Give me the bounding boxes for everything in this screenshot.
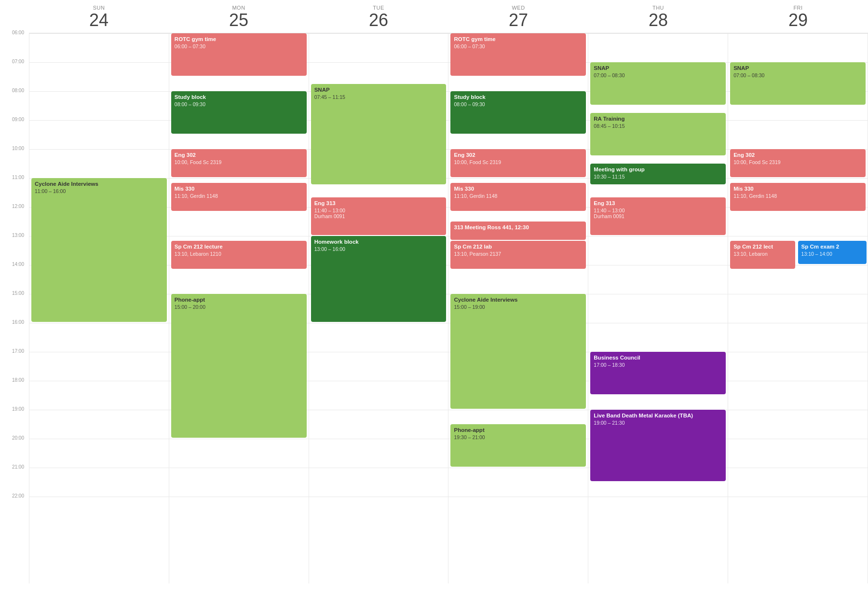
event-title: Eng 302: [175, 152, 303, 159]
event-time: 17:00 – 18:30: [594, 362, 722, 368]
time-label-6: 06:00: [12, 30, 24, 35]
event-sun-0[interactable]: Cyclone Aide Interviews11:00 – 16:00: [31, 178, 167, 322]
event-location: Durham 0091: [594, 213, 722, 219]
event-time: 08:45 – 10:15: [594, 123, 722, 129]
hour-line: [309, 323, 448, 323]
time-label-12: 12:00: [12, 204, 24, 209]
event-time: 13:10, Lebaron: [733, 251, 792, 257]
event-mon-5[interactable]: Phone-appt15:00 – 20:00: [171, 294, 307, 438]
event-title: Mis 330: [454, 185, 583, 193]
hour-line: [588, 294, 728, 294]
hour-line: [728, 178, 868, 179]
event-fri-1[interactable]: Eng 30210:00, Food Sc 2319: [730, 149, 866, 177]
event-thu-5[interactable]: Live Band Death Metal Karaoke (TBA)19:00…: [590, 410, 726, 481]
hour-line: [169, 439, 309, 439]
event-fri-2[interactable]: Mis 33011:10, Gerdin 1148: [730, 183, 866, 211]
hour-line: [728, 236, 868, 236]
event-title: Cyclone Aide Interviews: [35, 180, 163, 188]
event-title: Sp Cm 212 lect: [733, 243, 792, 250]
hour-line: [29, 323, 169, 323]
event-title: Study block: [454, 94, 583, 101]
event-time: 19:30 – 21:00: [454, 434, 583, 440]
event-tue-2[interactable]: Homework block13:00 – 16:00: [311, 236, 447, 322]
hour-line: [309, 439, 448, 439]
calendar-container: SUN 24 MON 25 TUE 26 WED 27 THU 28 FRI 2…: [0, 0, 868, 596]
event-tue-0[interactable]: SNAP07:45 – 11:15: [311, 84, 447, 184]
event-wed-3[interactable]: Mis 33011:10, Gerdin 1148: [450, 183, 586, 211]
event-wed-7[interactable]: Phone-appt19:30 – 21:00: [450, 424, 586, 467]
hour-line: [448, 497, 588, 497]
hour-line: [169, 178, 309, 179]
event-title: SNAP: [594, 65, 722, 72]
event-time: 08:00 – 09:30: [454, 101, 583, 107]
event-wed-1[interactable]: Study block08:00 – 09:30: [450, 91, 586, 134]
event-mon-2[interactable]: Eng 30210:00, Food Sc 2319: [171, 149, 307, 177]
hour-line: [309, 62, 448, 63]
hour-line: [29, 120, 169, 121]
hour-line: [728, 120, 868, 121]
hour-line: [728, 381, 868, 381]
event-time: 06:00 – 07:30: [454, 43, 583, 49]
event-time: 13:10 – 14:00: [801, 251, 863, 257]
hour-line: [728, 497, 868, 497]
event-wed-4[interactable]: 313 Meeting Ross 441, 12:30: [450, 222, 586, 240]
event-fri-3[interactable]: Sp Cm 212 lect13:10, Lebaron: [730, 241, 795, 269]
hour-line: [29, 33, 169, 34]
time-label-16: 16:00: [12, 319, 24, 325]
hour-line: [29, 381, 169, 381]
hour-line: [169, 497, 309, 497]
event-fri-4[interactable]: Sp Cm exam 213:10 – 14:00: [798, 241, 867, 264]
time-label-9: 09:00: [12, 117, 24, 122]
hour-line: [309, 33, 448, 34]
event-time: 08:00 – 09:30: [175, 101, 303, 107]
event-mon-4[interactable]: Sp Cm 212 lecture13:10, Lebaron 1210: [171, 241, 307, 269]
hour-line: [588, 323, 728, 323]
event-title: Homework block: [314, 238, 443, 246]
event-title: RA Training: [594, 115, 722, 123]
event-title: Eng 313: [594, 200, 722, 207]
hour-line: [448, 468, 588, 468]
event-time: 11:10, Gerdin 1148: [454, 193, 583, 199]
time-label-7: 07:00: [12, 59, 24, 64]
event-title: ROTC gym time: [454, 36, 583, 43]
event-thu-4[interactable]: Business Council17:00 – 18:30: [590, 352, 726, 394]
hour-line: [728, 294, 868, 294]
header-row: SUN 24 MON 25 TUE 26 WED 27 THU 28 FRI 2…: [29, 0, 868, 33]
hour-line: [29, 62, 169, 63]
event-wed-6[interactable]: Cyclone Aide Interviews15:00 – 19:00: [450, 294, 586, 409]
time-label-17: 17:00: [12, 348, 24, 354]
event-fri-0[interactable]: SNAP07:00 – 08:30: [730, 62, 866, 105]
event-time: 11:40 – 13:00: [314, 208, 443, 213]
event-mon-0[interactable]: ROTC gym time06:00 – 07:30: [171, 33, 307, 76]
event-tue-1[interactable]: Eng 31311:40 – 13:00Durham 0091: [311, 197, 447, 235]
day-header-wed: WED 27: [448, 0, 588, 33]
hour-line: [29, 352, 169, 352]
event-title: Business Council: [594, 354, 722, 361]
event-thu-0[interactable]: SNAP07:00 – 08:30: [590, 62, 726, 105]
day-column-mon: ROTC gym time06:00 – 07:30Study block08:…: [169, 33, 309, 583]
day-column-wed: ROTC gym time06:00 – 07:30Study block08:…: [448, 33, 588, 583]
hour-line: [728, 410, 868, 410]
event-time: 19:00 – 21:30: [594, 420, 722, 426]
event-wed-5[interactable]: Sp Cm 212 lab13:10, Pearson 2137: [450, 241, 586, 269]
event-time: 13:10, Lebaron 1210: [175, 251, 303, 257]
day-header-fri: FRI 29: [728, 0, 868, 33]
event-thu-2[interactable]: Meeting with group10:30 – 11:15: [590, 164, 726, 184]
event-title: Eng 313: [314, 200, 443, 207]
time-label-19: 19:00: [12, 406, 24, 412]
event-time: 10:00, Food Sc 2319: [454, 159, 583, 165]
event-time: 13:10, Pearson 2137: [454, 251, 583, 257]
event-time: 07:00 – 08:30: [594, 72, 722, 78]
event-mon-3[interactable]: Mis 33011:10, Gerdin 1148: [171, 183, 307, 211]
event-wed-2[interactable]: Eng 30210:00, Food Sc 2319: [450, 149, 586, 177]
event-thu-3[interactable]: Eng 31311:40 – 13:00Durham 0091: [590, 197, 726, 235]
event-thu-1[interactable]: RA Training08:45 – 10:15: [590, 113, 726, 155]
event-time: 11:10, Gerdin 1148: [733, 193, 862, 199]
day-header-sun: SUN 24: [29, 0, 169, 33]
event-mon-1[interactable]: Study block08:00 – 09:30: [171, 91, 307, 134]
hour-line: [309, 410, 448, 410]
event-wed-0[interactable]: ROTC gym time06:00 – 07:30: [450, 33, 586, 76]
event-title: Eng 302: [733, 152, 862, 159]
event-time: 06:00 – 07:30: [175, 43, 303, 49]
hour-line: [588, 497, 728, 497]
